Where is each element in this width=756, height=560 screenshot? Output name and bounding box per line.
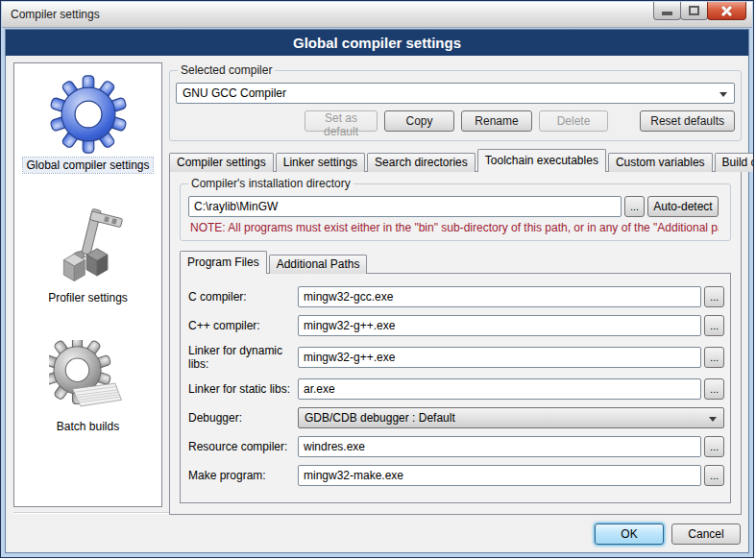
close-icon [719, 4, 734, 18]
rename-button[interactable]: Rename [461, 110, 532, 132]
installation-directory-group: Compiler's installation directory ... Au… [180, 183, 731, 241]
reset-defaults-button[interactable]: Reset defaults [640, 110, 735, 132]
blue-gear-icon [49, 75, 128, 154]
compiler-select-value: GNU GCC Compiler [183, 86, 286, 100]
field-label: C compiler: [188, 290, 298, 304]
minimize-icon [662, 12, 672, 15]
field-label: C++ compiler: [188, 319, 298, 332]
main-panel: Selected compiler GNU GCC Compiler Set a… [169, 59, 742, 515]
sidebar-item-label: Batch builds [54, 419, 122, 434]
static-linker-browse-button[interactable]: ... [704, 378, 724, 400]
install-dir-input[interactable] [188, 196, 622, 217]
field-row: Linker for static libs: ... [188, 378, 724, 400]
minimize-button[interactable] [653, 2, 681, 20]
ok-button[interactable]: OK [595, 523, 664, 545]
title-bar[interactable]: Compiler settings [2, 2, 752, 28]
program-tabs: Program Files Additional Paths [180, 251, 731, 274]
field-row: Linker for dynamic libs: ... [188, 344, 724, 371]
group-label: Compiler's installation directory [188, 177, 354, 190]
field-row: C++ compiler: ... [188, 315, 724, 336]
close-button[interactable] [707, 2, 746, 20]
dynamic-linker-input[interactable] [298, 347, 701, 368]
field-label: Resource compiler: [188, 440, 298, 453]
tab-additional-paths[interactable]: Additional Paths [269, 255, 368, 274]
field-label: Make program: [188, 469, 298, 482]
window-title: Compiler settings [11, 8, 100, 21]
copy-button[interactable]: Copy [384, 110, 454, 132]
auto-detect-button[interactable]: Auto-detect [647, 196, 719, 217]
group-label: Selected compiler [178, 63, 275, 77]
sidebar-item-batch-builds[interactable]: Batch builds [49, 340, 128, 434]
program-files-panel: C compiler: ... C++ compiler: ... Linker… [180, 273, 731, 503]
resource-compiler-input[interactable] [298, 436, 701, 457]
page-title: Global compiler settings [6, 30, 748, 56]
settings-tabs: Compiler settings Linker settings Search… [169, 149, 742, 172]
chevron-down-icon [719, 92, 727, 97]
debugger-select-value: GDB/CDB debugger : Default [305, 411, 455, 425]
sidebar-item-global-compiler-settings[interactable]: Global compiler settings [23, 75, 152, 173]
compiler-settings-window: Compiler settings Global compiler settin… [0, 0, 754, 558]
field-row: Debugger: GDB/CDB debugger : Default [188, 407, 724, 428]
tab-custom-variables[interactable]: Custom variables [608, 153, 713, 172]
field-row: Make program: ... [188, 465, 724, 486]
dialog-body: Global compiler settings [5, 29, 749, 553]
make-program-browse-button[interactable]: ... [704, 465, 724, 486]
window-controls [654, 2, 746, 20]
batch-builds-gear-icon [49, 340, 128, 415]
field-label: Linker for dynamic libs: [188, 344, 298, 371]
c-compiler-browse-button[interactable]: ... [704, 286, 724, 307]
make-program-input[interactable] [298, 465, 701, 486]
field-label: Debugger: [188, 411, 298, 425]
tab-linker-settings[interactable]: Linker settings [276, 153, 365, 172]
cpp-compiler-browse-button[interactable]: ... [704, 315, 724, 336]
bin-subdirectory-note: NOTE: All programs must exist either in … [190, 221, 719, 234]
field-label: Linker for static libs: [188, 382, 298, 396]
debugger-select[interactable]: GDB/CDB debugger : Default [298, 407, 724, 428]
toolchain-executables-panel: Compiler's installation directory ... Au… [169, 171, 742, 515]
set-as-default-button: Set as default [305, 110, 378, 132]
sidebar-item-label: Global compiler settings [23, 158, 152, 173]
c-compiler-input[interactable] [298, 286, 701, 307]
sidebar-item-profiler-settings[interactable]: Profiler settings [45, 207, 131, 305]
maximize-button[interactable] [680, 2, 708, 20]
field-row: C compiler: ... [188, 286, 724, 307]
tab-program-files[interactable]: Program Files [180, 251, 267, 274]
compiler-select[interactable]: GNU GCC Compiler [176, 83, 735, 104]
delete-button: Delete [539, 110, 608, 132]
tab-compiler-settings[interactable]: Compiler settings [169, 153, 274, 172]
maximize-icon [689, 6, 699, 15]
tab-toolchain-executables[interactable]: Toolchain executables [477, 149, 606, 172]
install-dir-browse-button[interactable]: ... [624, 196, 645, 217]
cancel-button[interactable]: Cancel [671, 523, 741, 545]
field-row: Resource compiler: ... [188, 436, 724, 457]
cpp-compiler-input[interactable] [298, 315, 701, 336]
sidebar-item-label: Profiler settings [45, 290, 131, 305]
selected-compiler-group: Selected compiler GNU GCC Compiler Set a… [169, 70, 742, 141]
static-linker-input[interactable] [298, 378, 701, 400]
resource-compiler-browse-button[interactable]: ... [704, 436, 724, 457]
tab-build-options[interactable]: Build options [715, 153, 754, 172]
dialog-footer: OK Cancel [13, 512, 741, 545]
compiler-actions: Set as default Copy Rename Delete Reset … [176, 110, 735, 132]
caliper-icon [48, 207, 127, 286]
dynamic-linker-browse-button[interactable]: ... [704, 347, 724, 368]
chevron-down-icon [709, 417, 717, 422]
tab-search-directories[interactable]: Search directories [367, 153, 476, 172]
settings-category-list: Global compiler settings [13, 62, 162, 507]
